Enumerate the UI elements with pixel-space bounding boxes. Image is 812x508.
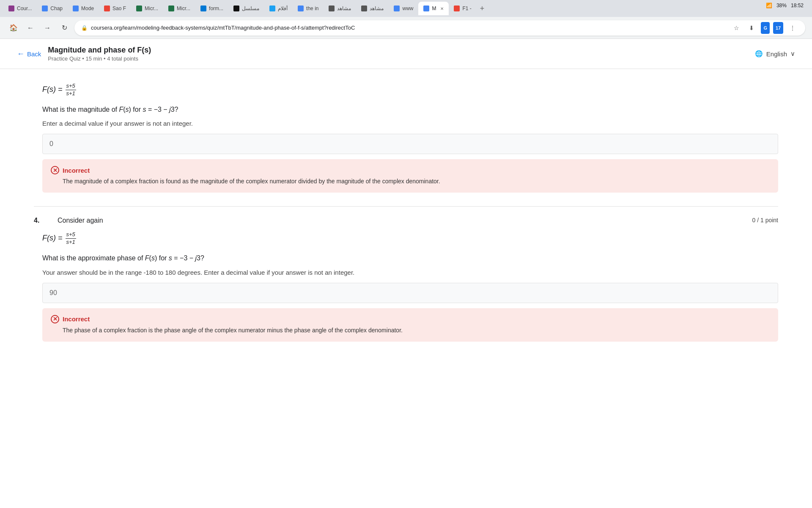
favicon-musalsalat [233,6,239,11]
tab-chap[interactable]: Chap [37,2,68,15]
question4-incorrect-label: Incorrect [63,315,90,323]
favicon-coursera [8,6,14,11]
globe-icon: 🌐 [755,50,763,58]
tab-label-form: form... [209,6,223,11]
status-bar: 📶 38% 18:52 [766,3,804,8]
section-divider [34,206,778,207]
translate-button[interactable]: G [761,22,770,34]
reload-button[interactable]: ↻ [58,21,71,35]
tab-micro2[interactable]: Micr... [163,2,195,15]
extensions-button[interactable]: 17 [773,22,783,34]
question4-formula: F(s) = s+5 s+1 [42,231,778,246]
question3-numerator: s+5 [66,83,76,90]
home-button[interactable]: 🏠 [7,21,20,35]
question4-section: 4. Consider again 0 / 1 point F(s) = s+5… [34,217,778,341]
tab-label-musalsalat: مسلسل [242,6,259,11]
question4-numerator: s+5 [66,231,76,239]
favicon-mashahed2 [361,6,367,11]
tab-mashahed1[interactable]: مشاهد [324,2,356,15]
question4-incorrect-text: The phase of a complex fraction is the p… [51,326,770,335]
question3-fraction: s+5 s+1 [66,83,76,97]
back-arrow-icon: ← [17,50,25,58]
back-link[interactable]: ← Back [17,50,41,58]
tab-mashahed2[interactable]: مشاهد [356,2,389,15]
tab-m-active[interactable]: M ✕ [418,2,449,15]
question4-answer-display: 90 [42,283,778,303]
tab-sao[interactable]: Sao F [99,2,131,15]
question4-fraction: s+5 s+1 [66,231,76,246]
back-label: Back [27,50,41,58]
signal-strength: 38% [776,3,787,8]
tab-label-mode: Mode [81,6,94,11]
question3-body: F(s) = s+5 s+1 What is the magnitude of … [34,83,778,193]
tab-aflam[interactable]: أفلام [264,2,293,15]
favicon-sao [104,6,110,11]
tab-mode[interactable]: Mode [68,2,99,15]
address-bar[interactable]: 🔒 coursera.org/learn/modeling-feedback-s… [74,20,805,36]
favicon-chap [42,6,48,11]
address-bar-icons: ☆ ⬇ G 17 ⋮ [730,22,798,34]
language-label: English [766,50,787,58]
tab-form[interactable]: form... [195,2,228,15]
tab-the[interactable]: the in [293,2,324,15]
tab-micro1[interactable]: Micr... [131,2,163,15]
forward-button[interactable]: → [41,21,54,35]
question3-section: F(s) = s+5 s+1 What is the magnitude of … [34,83,778,193]
favicon-m [423,6,429,11]
question3-formula: F(s) = s+5 s+1 [42,83,778,97]
tab-label-aflam: أفلام [278,6,288,11]
incorrect-icon-q3: ✕ [51,166,59,174]
bookmark-button[interactable]: ☆ [730,22,742,34]
address-bar-container: 🏠 ← → ↻ 🔒 coursera.org/learn/modeling-fe… [0,17,812,39]
new-tab-button[interactable]: + [477,4,488,13]
question4-intro: Consider again [58,217,103,224]
question4-points: 0 / 1 point [752,217,779,224]
back-button[interactable]: ← [24,21,37,35]
tab-f1[interactable]: F1 - [449,2,476,15]
incorrect-icon-q4: ✕ [51,315,59,323]
question3-hint: Enter a decimal value if your answer is … [42,120,778,127]
favicon-form [200,6,206,11]
question4-header: 4. Consider again 0 / 1 point [34,217,778,224]
tab-label-m: M [432,6,436,11]
question4-incorrect-header: ✕ Incorrect [51,315,770,323]
question3-answer-display: 0 [42,134,778,154]
question4-hint: Your answer should be in the range -180 … [42,269,778,276]
favicon-mode [73,6,79,11]
question4-number: 4. [34,217,51,224]
download-button[interactable]: ⬇ [746,22,757,34]
tab-close-m[interactable]: ✕ [440,6,444,11]
tab-label-micro1: Micr... [145,6,158,11]
tab-label-mashahed2: مشاهد [370,6,384,11]
favicon-www [394,6,400,11]
tab-label-f1: F1 - [462,6,471,11]
favicon-micro1 [136,6,142,11]
tab-label-sao: Sao F [112,6,126,11]
favicon-micro2 [168,6,174,11]
menu-button[interactable]: ⋮ [787,22,798,34]
tab-coursera[interactable]: Cour... [3,2,37,15]
question4-denominator: s+1 [66,239,76,246]
tab-label-www: www [402,6,413,11]
favicon-aflam [269,6,275,11]
time-display: 18:52 [791,3,804,8]
question4-body: F(s) = s+5 s+1 What is the approximate p… [34,231,778,341]
wifi-icon: 📶 [766,3,772,8]
favicon-f1 [454,6,460,11]
question4-incorrect-box: ✕ Incorrect The phase of a complex fract… [42,308,778,342]
tab-label-the: the in [306,6,318,11]
header-left: ← Back Magnitude and phase of F(s) Pract… [17,46,151,62]
browser-tabs: Cour... Chap Mode Sao F Micr... Micr... … [0,0,812,17]
language-selector[interactable]: 🌐 English ∨ [755,50,795,58]
tab-musalsalat[interactable]: مسلسل [228,2,264,15]
tab-label-mashahed1: مشاهد [337,6,351,11]
favicon-the [298,6,304,11]
tab-www[interactable]: www [389,2,418,15]
security-icon: 🔒 [81,25,88,31]
question3-incorrect-header: ✕ Incorrect [51,166,770,174]
tab-label-coursera: Cour... [17,6,32,11]
question3-incorrect-label: Incorrect [63,167,90,174]
title-group: Magnitude and phase of F(s) Practice Qui… [48,46,151,62]
page-header: ← Back Magnitude and phase of F(s) Pract… [0,39,812,69]
question4-text: What is the approximate phase of F(s) fo… [42,253,778,264]
